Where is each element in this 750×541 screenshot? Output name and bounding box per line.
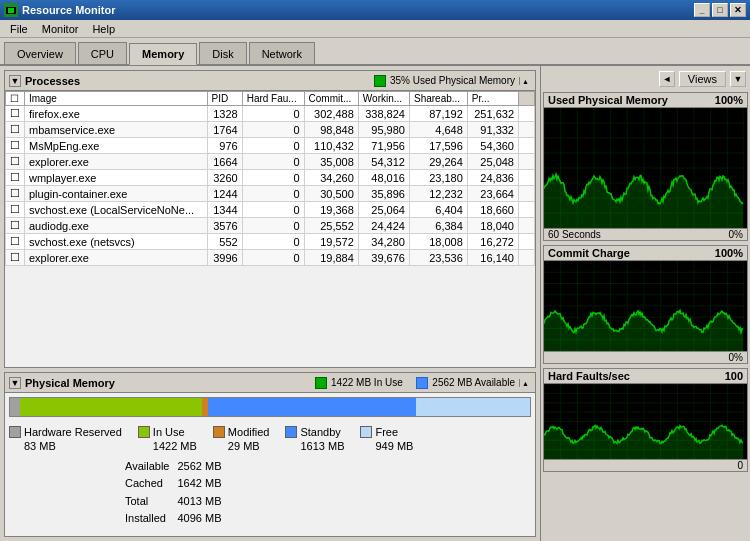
row-check[interactable]: ☐ (6, 122, 25, 138)
row-hard: 0 (242, 250, 304, 266)
row-pid: 3996 (207, 250, 242, 266)
row-working: 48,016 (358, 170, 409, 186)
row-check[interactable]: ☐ (6, 170, 25, 186)
panel-left-arrow[interactable]: ◄ (659, 71, 675, 87)
row-hard: 0 (242, 138, 304, 154)
table-row[interactable]: ☐ svchost.exe (LocalServiceNoNe... 1344 … (6, 202, 535, 218)
window-controls[interactable]: _ □ ✕ (694, 3, 746, 17)
tab-overview[interactable]: Overview (4, 42, 76, 64)
maximize-button[interactable]: □ (712, 3, 728, 17)
row-commit: 19,368 (304, 202, 358, 218)
table-row[interactable]: ☐ wmplayer.exe 3260 0 34,260 48,016 23,1… (6, 170, 535, 186)
row-spacer (519, 186, 535, 202)
row-check[interactable]: ☐ (6, 106, 25, 122)
close-button[interactable]: ✕ (730, 3, 746, 17)
legend-free: Free 949 MB (360, 425, 413, 454)
legend-modified-box (213, 426, 225, 438)
row-check[interactable]: ☐ (6, 138, 25, 154)
table-row[interactable]: ☐ svchost.exe (netsvcs) 552 0 19,572 34,… (6, 234, 535, 250)
memory-header[interactable]: ▼ Physical Memory 1422 MB In Use 2562 MB… (5, 373, 535, 393)
app-icon (4, 3, 18, 17)
processes-header[interactable]: ▼ Processes 35% Used Physical Memory ▲ (5, 71, 535, 91)
col-working[interactable]: Workin... (358, 92, 409, 106)
table-row[interactable]: ☐ mbamservice.exe 1764 0 98,848 95,980 4… (6, 122, 535, 138)
row-image: MsMpEng.exe (25, 138, 208, 154)
row-working: 39,676 (358, 250, 409, 266)
legend-modified-text: Modified 29 MB (228, 425, 270, 454)
table-row[interactable]: ☐ MsMpEng.exe 976 0 110,432 71,956 17,59… (6, 138, 535, 154)
col-image[interactable]: Image (25, 92, 208, 106)
graph2-footer: 0% (544, 351, 747, 363)
row-check[interactable]: ☐ (6, 154, 25, 170)
row-check[interactable]: ☐ (6, 202, 25, 218)
segment-inuse (20, 398, 202, 416)
memory-title: Physical Memory (25, 377, 115, 389)
row-share: 17,596 (409, 138, 467, 154)
table-row[interactable]: ☐ firefox.exe 1328 0 302,488 338,824 87,… (6, 106, 535, 122)
graph-used-physical-memory: Used Physical Memory 100% 60 Seconds 0% (543, 92, 748, 241)
tab-bar: Overview CPU Memory Disk Network (0, 38, 750, 66)
col-hard[interactable]: Hard Fau... (242, 92, 304, 106)
tab-memory[interactable]: Memory (129, 43, 197, 65)
table-row[interactable]: ☐ explorer.exe 1664 0 35,008 54,312 29,2… (6, 154, 535, 170)
processes-scroll-up[interactable]: ▲ (519, 77, 531, 85)
app-title: Resource Monitor (22, 4, 116, 16)
table-row[interactable]: ☐ audiodg.exe 3576 0 25,552 24,424 6,384… (6, 218, 535, 234)
row-commit: 19,884 (304, 250, 358, 266)
table-row[interactable]: ☐ explorer.exe 3996 0 19,884 39,676 23,5… (6, 250, 535, 266)
row-check[interactable]: ☐ (6, 234, 25, 250)
minimize-button[interactable]: _ (694, 3, 710, 17)
row-check[interactable]: ☐ (6, 218, 25, 234)
row-spacer (519, 250, 535, 266)
row-pr: 18,660 (467, 202, 518, 218)
processes-expand[interactable]: ▼ (9, 75, 21, 87)
row-check[interactable]: ☐ (6, 186, 25, 202)
row-pr: 91,332 (467, 122, 518, 138)
menu-file[interactable]: File (4, 22, 34, 36)
graph1-pct: 100% (715, 94, 743, 106)
panel-right-arrow[interactable]: ▼ (730, 71, 746, 87)
col-commit[interactable]: Commit... (304, 92, 358, 106)
left-panel: ▼ Processes 35% Used Physical Memory ▲ ☐ (0, 66, 540, 541)
memory-inuse-text: 1422 MB In Use (331, 377, 403, 388)
processes-indicator (374, 75, 386, 87)
legend-modified: Modified 29 MB (213, 425, 270, 454)
table-row[interactable]: ☐ plugin-container.exe 1244 0 30,500 35,… (6, 186, 535, 202)
row-image: explorer.exe (25, 154, 208, 170)
legend-free-box (360, 426, 372, 438)
processes-table-container[interactable]: ☐ Image PID Hard Fau... Commit... Workin… (5, 91, 535, 291)
memory-expand[interactable]: ▼ (9, 377, 21, 389)
tab-network[interactable]: Network (249, 42, 315, 64)
row-pid: 1764 (207, 122, 242, 138)
row-share: 18,008 (409, 234, 467, 250)
graph3-pct: 100 (725, 370, 743, 382)
memory-inuse-indicator (315, 377, 327, 389)
tab-disk[interactable]: Disk (199, 42, 246, 64)
col-share[interactable]: Shareab... (409, 92, 467, 106)
processes-status-text: 35% Used Physical Memory (390, 75, 515, 86)
row-pid: 1344 (207, 202, 242, 218)
row-share: 6,384 (409, 218, 467, 234)
row-image: svchost.exe (netsvcs) (25, 234, 208, 250)
menu-monitor[interactable]: Monitor (36, 22, 85, 36)
memory-scroll-up[interactable]: ▲ (519, 379, 531, 387)
row-commit: 98,848 (304, 122, 358, 138)
row-pr: 18,040 (467, 218, 518, 234)
col-check[interactable]: ☐ (6, 92, 25, 106)
row-pr: 251,632 (467, 106, 518, 122)
segment-reserved (10, 398, 20, 416)
col-pid[interactable]: PID (207, 92, 242, 106)
row-hard: 0 (242, 170, 304, 186)
legend-standby-box (285, 426, 297, 438)
views-button[interactable]: Views (679, 71, 726, 87)
row-check[interactable]: ☐ (6, 250, 25, 266)
tab-cpu[interactable]: CPU (78, 42, 127, 64)
col-pr[interactable]: Pr... (467, 92, 518, 106)
row-spacer (519, 202, 535, 218)
memory-available-text: 2562 MB Available (432, 377, 515, 388)
row-working: 95,980 (358, 122, 409, 138)
processes-title: Processes (25, 75, 80, 87)
menu-help[interactable]: Help (86, 22, 121, 36)
stat-available-value: 2562 MB (177, 458, 229, 476)
memory-legend: Hardware Reserved 83 MB In Use 1422 MB M… (5, 423, 535, 456)
